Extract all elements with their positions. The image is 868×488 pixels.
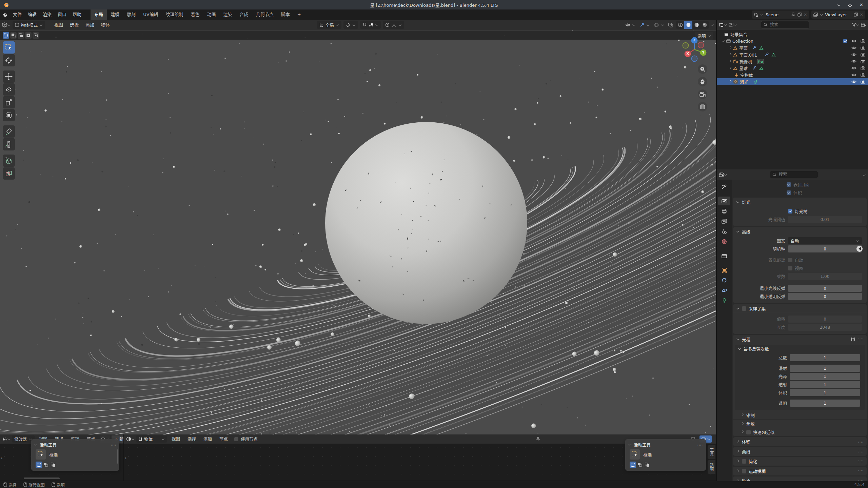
workspace-tab-sculpting[interactable]: 雕刻 — [123, 9, 139, 20]
viewport-menu-object[interactable]: 物体 — [98, 21, 113, 29]
outliner-search[interactable] — [761, 21, 809, 28]
expand-icon[interactable] — [729, 53, 731, 56]
proportional-editing-group[interactable] — [383, 21, 404, 29]
tab-render[interactable] — [718, 197, 730, 205]
shading-wireframe-button[interactable] — [676, 21, 684, 29]
shading-rendered-button[interactable] — [701, 21, 709, 29]
pin-icon[interactable] — [536, 437, 540, 441]
tab-scene[interactable] — [718, 227, 730, 236]
shader-editor[interactable]: 物体 视图 选择 添加 节点 使用节点 › 活动工具 ::: — [124, 434, 716, 481]
tool-measure[interactable] — [3, 138, 15, 150]
expand-icon[interactable] — [729, 80, 731, 83]
tool-transform[interactable] — [3, 109, 15, 121]
3d-viewport-canvas[interactable] — [0, 20, 716, 434]
animate-seed-icon[interactable] — [856, 246, 863, 252]
navigation-gizmo[interactable]: Z X Y — [679, 34, 710, 65]
offset-field[interactable]: 0 — [788, 316, 862, 323]
hide-eye-icon[interactable] — [851, 66, 856, 70]
section-film[interactable]: 胶片:::: — [733, 476, 867, 481]
select-mode-subtract[interactable] — [644, 462, 650, 468]
expand-icon[interactable] — [722, 39, 725, 42]
workspace-tab-rendering[interactable]: 渲染 — [220, 9, 236, 20]
select-mode-extend[interactable] — [10, 32, 17, 39]
tab-object-data[interactable] — [718, 296, 730, 305]
disable-render-icon[interactable] — [861, 73, 865, 77]
outliner-row-object[interactable]: 空物体 — [717, 72, 868, 78]
shader-menu-node[interactable]: 节点 — [216, 435, 231, 444]
outliner-row-object[interactable]: 星球 — [717, 65, 868, 72]
workspace-tab-compositing[interactable]: 合成 — [236, 9, 252, 20]
select-mode-subtract[interactable] — [50, 462, 56, 468]
expand-icon[interactable] — [729, 60, 731, 62]
light-tree-checkbox[interactable] — [788, 209, 792, 214]
select-mode-set[interactable] — [3, 32, 9, 39]
camera-view-icon[interactable] — [698, 89, 707, 99]
outliner-search-input[interactable] — [769, 22, 807, 27]
tab-world[interactable] — [718, 237, 730, 246]
show-object-types-dropdown[interactable] — [624, 21, 636, 29]
editor-type-icon[interactable] — [126, 436, 135, 442]
simplify-checkbox[interactable] — [742, 459, 746, 464]
sidebar-tab-options[interactable]: 选项 — [708, 460, 715, 474]
tool-duplicate-cut[interactable] — [3, 167, 15, 180]
collapsed-sidebar-arrow[interactable]: › — [125, 455, 126, 461]
seed-field[interactable]: 0 — [788, 245, 862, 252]
panel-scrollbar[interactable] — [117, 449, 118, 464]
collapsed-sidebar-arrow[interactable]: › — [1, 455, 2, 461]
tab-object[interactable] — [718, 266, 730, 274]
presets-icon[interactable] — [851, 337, 855, 341]
viewport-menu-select[interactable]: 选择 — [67, 21, 82, 29]
length-field[interactable]: 2048 — [788, 324, 862, 331]
motion-blur-checkbox[interactable] — [742, 469, 746, 473]
sample-subset-checkbox[interactable] — [742, 306, 746, 311]
bounces-glossy-field[interactable]: 1 — [790, 373, 860, 380]
menu-file[interactable]: 文件 — [10, 10, 25, 19]
sidebar-tab-tool[interactable]: 工具 — [708, 445, 715, 459]
perspective-toggle-icon[interactable] — [698, 102, 707, 111]
outliner-filter-dropdown[interactable] — [852, 23, 860, 27]
horizontal-scrollbar[interactable] — [24, 477, 60, 479]
use-nodes-checkbox[interactable] — [234, 437, 238, 441]
select-mode-extend[interactable] — [637, 462, 643, 468]
geometry-nodes-editor[interactable]: 修改器 视图 选择 添加 节点 +新建 › 活动工具 :::: — [0, 434, 123, 481]
workspace-tab-layout[interactable]: 布局 — [91, 9, 107, 20]
outliner-row-collection[interactable]: Collection — [717, 38, 868, 44]
outliner-row-scene-collection[interactable]: 场景集合 — [717, 31, 868, 38]
pan-icon[interactable] — [698, 77, 707, 86]
workspace-tab-modeling[interactable]: 建模 — [107, 9, 123, 20]
fast-gi-checkbox[interactable] — [746, 430, 751, 434]
menu-window[interactable]: 窗口 — [55, 10, 70, 19]
new-collection-button[interactable] — [861, 23, 866, 27]
editor-type-icon[interactable] — [2, 437, 11, 441]
hide-eye-icon[interactable] — [851, 60, 856, 63]
disable-render-icon[interactable] — [861, 46, 865, 50]
scramble-view-checkbox[interactable] — [788, 266, 792, 270]
hide-eye-icon[interactable] — [851, 39, 856, 43]
select-mode-invert[interactable] — [25, 32, 32, 39]
shading-dropdown[interactable] — [711, 23, 714, 26]
section-light-paths-header[interactable]: 光程 :::: — [733, 335, 867, 344]
bounces-transparent-field[interactable]: 1 — [790, 400, 860, 407]
hide-eye-icon[interactable] — [851, 53, 856, 56]
shader-menu-view[interactable]: 视图 — [169, 435, 183, 444]
tool-annotate[interactable] — [3, 125, 15, 138]
bounces-total-field[interactable]: 1 — [790, 354, 860, 361]
tab-constraints[interactable] — [718, 276, 730, 285]
select-mode-set[interactable] — [630, 462, 636, 468]
bounces-diffuse-field[interactable]: 1 — [790, 365, 860, 372]
hide-eye-icon[interactable] — [851, 46, 856, 49]
surface-checkbox[interactable] — [787, 182, 791, 187]
workspace-tab-scripting[interactable]: 脚本 — [277, 9, 294, 20]
min-light-field[interactable]: 0 — [788, 285, 862, 292]
subsection-fast-gi[interactable]: 快速GI近似 — [733, 428, 867, 436]
tool-add-primitive[interactable] — [3, 155, 15, 167]
shading-material-button[interactable] — [692, 21, 701, 29]
disable-render-icon[interactable] — [861, 59, 865, 63]
outliner-row-object[interactable]: 摄像机 — [717, 58, 868, 65]
tool-cursor[interactable] — [3, 54, 15, 66]
properties-options-dropdown[interactable] — [863, 171, 866, 178]
workspace-tab-animation[interactable]: 动画 — [203, 9, 220, 20]
section-volume[interactable]: 体积:::: — [733, 437, 867, 446]
outliner-type-dropdown[interactable] — [719, 23, 727, 27]
select-mode-intersect[interactable] — [33, 32, 39, 39]
